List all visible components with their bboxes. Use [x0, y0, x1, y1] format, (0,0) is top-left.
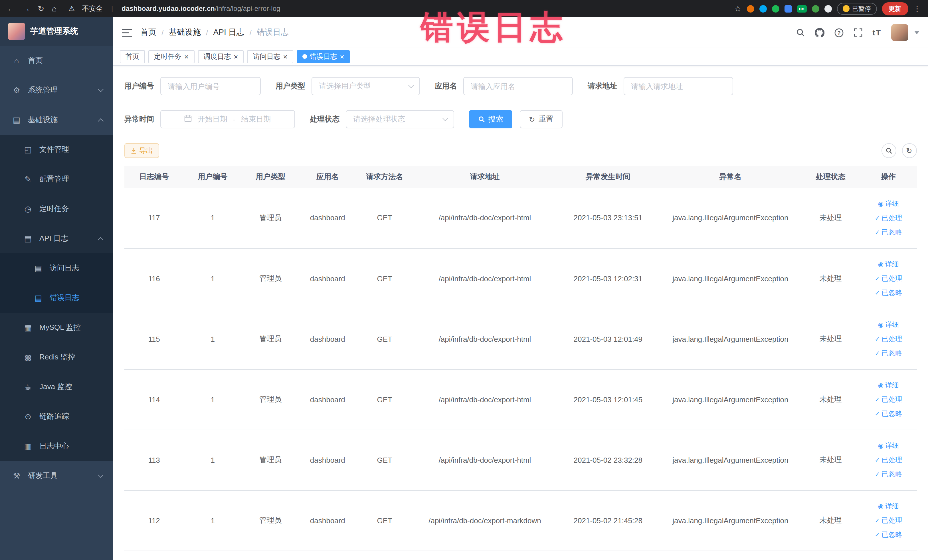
sidebar-item-dev-tools[interactable]: ⚒ 研发工具: [0, 461, 113, 491]
detail-link[interactable]: ◉详细: [878, 257, 899, 271]
close-icon[interactable]: ×: [234, 53, 238, 60]
extension-icon[interactable]: [812, 5, 819, 12]
github-icon[interactable]: [815, 27, 825, 37]
tab-error-log[interactable]: 错误日志×: [297, 50, 350, 63]
sidebar-item-file-management[interactable]: ◰ 文件管理: [0, 135, 113, 164]
detail-link[interactable]: ◉详细: [878, 439, 899, 452]
update-button[interactable]: 更新: [882, 2, 908, 15]
sidebar-item-redis-monitor[interactable]: ▩ Redis 监控: [0, 342, 113, 372]
search-icon: [885, 147, 892, 154]
exception-name-cell: java.lang.IllegalArgumentException: [672, 274, 788, 283]
back-icon[interactable]: ←: [7, 4, 15, 13]
breadcrumb-api-log[interactable]: API 日志: [214, 27, 244, 38]
mark-processed-link[interactable]: ✓已处理: [875, 453, 902, 467]
breadcrumb-infrastructure[interactable]: 基础设施: [169, 27, 201, 38]
mark-ignored-link[interactable]: ✓已忽略: [875, 528, 902, 542]
extension-on-badge[interactable]: on: [797, 5, 806, 12]
detail-link[interactable]: ◉详细: [878, 499, 899, 513]
search-icon[interactable]: [796, 28, 805, 37]
browser-menu-icon[interactable]: ⋮: [913, 4, 921, 13]
sidebar-item-home[interactable]: ⌂ 首页: [0, 46, 113, 75]
paused-extension-badge[interactable]: 已暂停: [837, 3, 877, 15]
user-id-input[interactable]: [160, 77, 261, 95]
fullscreen-icon[interactable]: [854, 28, 863, 37]
user-id-cell: 1: [211, 214, 215, 222]
font-size-icon[interactable]: tT: [873, 28, 881, 37]
reload-icon[interactable]: ↻: [38, 4, 44, 13]
mark-processed-link[interactable]: ✓已处理: [875, 392, 902, 406]
tab-home[interactable]: 首页: [120, 50, 145, 63]
sidebar-item-system[interactable]: ⚙ 系统管理: [0, 75, 113, 105]
avatar-dropdown-caret[interactable]: [914, 31, 919, 34]
eye-icon: ◉: [878, 499, 884, 513]
search-button[interactable]: 搜索: [469, 110, 512, 128]
user-type-select[interactable]: 请选择用户类型: [311, 77, 420, 95]
extension-icon[interactable]: [759, 5, 766, 12]
close-icon[interactable]: ×: [184, 53, 189, 60]
export-button[interactable]: 导出: [124, 143, 159, 158]
date-range-picker[interactable]: 开始日期 - 结束日期: [160, 110, 295, 128]
forward-icon[interactable]: →: [22, 4, 30, 13]
browser-home-icon[interactable]: ⌂: [52, 4, 56, 13]
mark-processed-link[interactable]: ✓已处理: [875, 211, 902, 225]
sidebar-toggle[interactable]: [122, 28, 132, 37]
tab-access-log[interactable]: 访问日志×: [247, 50, 293, 63]
security-label[interactable]: 不安全: [82, 4, 103, 14]
detail-link[interactable]: ◉详细: [878, 197, 899, 211]
breadcrumb-home[interactable]: 首页: [140, 27, 156, 38]
mark-processed-link[interactable]: ✓已处理: [875, 332, 902, 346]
reset-button[interactable]: ↻ 重置: [520, 110, 563, 128]
mark-ignored-link[interactable]: ✓已忽略: [875, 407, 902, 421]
request-url-input[interactable]: [624, 77, 733, 95]
table-row: 117 1 管理员 dashboard GET /api/infra/db-do…: [124, 188, 917, 248]
sidebar-item-java-monitor[interactable]: ☕ Java 监控: [0, 372, 113, 402]
bookmark-star-icon[interactable]: ☆: [734, 4, 742, 13]
close-icon[interactable]: ×: [340, 53, 344, 60]
sidebar-item-config-management[interactable]: ✎ 配置管理: [0, 164, 113, 194]
svg-text:?: ?: [838, 30, 841, 36]
check-icon: ✓: [875, 407, 880, 421]
user-id-cell: 1: [211, 395, 215, 404]
mark-processed-link[interactable]: ✓已处理: [875, 272, 902, 285]
search-icon: [478, 116, 485, 123]
sidebar-item-infrastructure[interactable]: ▤ 基础设施: [0, 105, 113, 135]
close-icon[interactable]: ×: [283, 53, 287, 60]
avatar[interactable]: [891, 24, 908, 41]
extension-icon[interactable]: [784, 5, 792, 12]
app-name-cell: dashboard: [310, 516, 345, 525]
detail-link[interactable]: ◉详细: [878, 378, 899, 392]
sidebar-item-error-log[interactable]: ▤ 错误日志: [0, 283, 113, 313]
sidebar-item-log-center[interactable]: ▥ 日志中心: [0, 431, 113, 461]
request-url-cell: /api/infra/db-doc/export-markdown: [429, 516, 541, 525]
tab-schedule-log[interactable]: 调度日志×: [198, 50, 244, 63]
chevron-up-icon: [98, 118, 104, 124]
detail-link[interactable]: ◉详细: [878, 318, 899, 331]
document-icon: ▥: [23, 442, 33, 451]
address-bar[interactable]: dashboard.yudao.iocoder.cn/infra/log/api…: [122, 5, 280, 12]
user-type-cell: 管理员: [259, 455, 282, 464]
sidebar-item-trace[interactable]: ⊙ 链路追踪: [0, 402, 113, 431]
extension-paw-icon[interactable]: [824, 5, 832, 12]
gear-icon: ⚙: [11, 85, 22, 95]
process-status-select[interactable]: 请选择处理状态: [346, 110, 454, 128]
app-name-cell: dashboard: [310, 395, 345, 404]
app-name-input[interactable]: [463, 77, 573, 95]
hide-search-button[interactable]: [881, 143, 896, 158]
mark-ignored-link[interactable]: ✓已忽略: [875, 467, 902, 481]
mark-ignored-link[interactable]: ✓已忽略: [875, 225, 902, 239]
extension-icon[interactable]: [772, 5, 779, 12]
sidebar-item-api-log[interactable]: ▤ API 日志: [0, 224, 113, 253]
error-log-table: 日志编号 用户编号 用户类型 应用名 请求方法名 请求地址 异常发生时间 异常名…: [124, 166, 917, 551]
sidebar-item-scheduled-jobs[interactable]: ◷ 定时任务: [0, 194, 113, 224]
exception-time-cell: 2021-05-03 12:02:31: [574, 274, 643, 283]
tab-scheduled-jobs[interactable]: 定时任务×: [148, 50, 194, 63]
mark-ignored-link[interactable]: ✓已忽略: [875, 286, 902, 299]
sidebar-item-mysql-monitor[interactable]: ▦ MySQL 监控: [0, 313, 113, 342]
sidebar-item-access-log[interactable]: ▤ 访问日志: [0, 253, 113, 283]
extension-icon[interactable]: [746, 5, 754, 12]
database-icon: ▦: [23, 323, 33, 332]
mark-processed-link[interactable]: ✓已处理: [875, 514, 902, 527]
refresh-table-button[interactable]: ↻: [902, 143, 917, 158]
mark-ignored-link[interactable]: ✓已忽略: [875, 346, 902, 360]
help-icon[interactable]: ?: [835, 27, 844, 37]
